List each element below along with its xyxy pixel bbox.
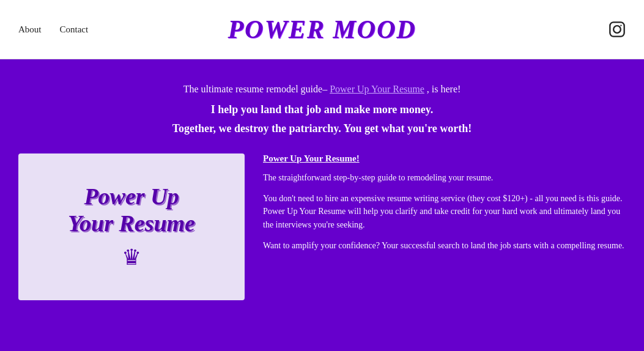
book-desc-para3: Want to amplify your confidence? Your su… (263, 239, 626, 253)
book-desc-para2: You don't need to hire an expensive resu… (263, 192, 626, 232)
svg-rect-0 (610, 22, 624, 36)
svg-point-1 (613, 26, 621, 33)
hero-section: The ultimate resume remodel guide– Power… (0, 59, 644, 351)
nav-contact-link[interactable]: Contact (60, 24, 89, 35)
hero-intro: The ultimate resume remodel guide– Power… (18, 84, 626, 95)
hero-tagline2: Together, we destroy the patriarchy. You… (18, 122, 626, 135)
navbar: About Contact POWER MOOD (0, 0, 644, 59)
book-desc-para1: The straightforward step-by-step guide t… (263, 171, 626, 185)
svg-point-2 (620, 24, 621, 26)
hero-intro-link[interactable]: Power Up Your Resume (330, 84, 424, 94)
hero-content: Power Up Your Resume ♛ Power Up Your Res… (18, 153, 626, 312)
book-cover: Power Up Your Resume ♛ (18, 153, 245, 300)
book-title: Power Up Your Resume (68, 183, 195, 237)
hero-tagline1: I help you land that job and make more m… (18, 103, 626, 116)
book-desc-title[interactable]: Power Up Your Resume! (263, 153, 626, 164)
hero-text-block: The ultimate resume remodel guide– Power… (18, 84, 626, 135)
crown-icon: ♛ (122, 245, 141, 270)
instagram-icon[interactable] (609, 21, 626, 38)
nav-about-link[interactable]: About (18, 24, 42, 35)
book-description: Power Up Your Resume! The straightforwar… (263, 153, 626, 259)
nav-left: About Contact (18, 24, 88, 35)
site-title: POWER MOOD (228, 15, 416, 44)
